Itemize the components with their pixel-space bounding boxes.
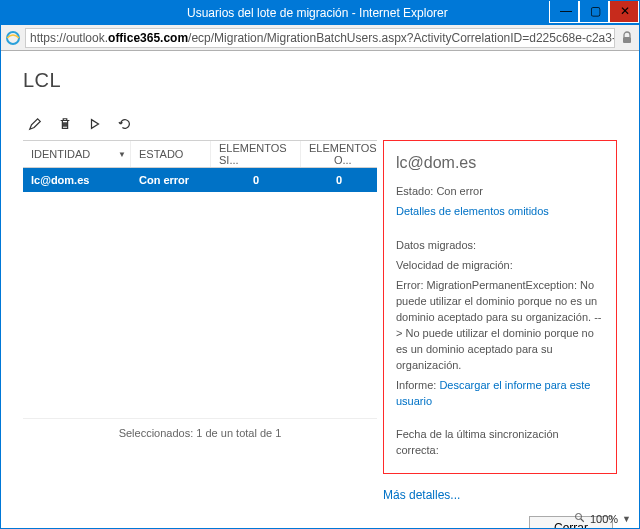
col-identity[interactable]: IDENTIDAD▼ [23,141,131,167]
grid-footer: Seleccionados: 1 de un total de 1 [23,418,377,443]
delete-icon[interactable] [57,116,73,132]
detail-speed: Velocidad de migración: [396,258,604,274]
maximize-button[interactable]: ▢ [579,1,609,23]
detail-title: lc@dom.es [396,151,604,174]
play-icon[interactable] [87,116,103,132]
grid-header-row: IDENTIDAD▼ ESTADO ELEMENTOS SI... ELEMEN… [23,140,377,168]
cell-state: Con error [131,174,211,186]
col-state[interactable]: ESTADO [131,141,211,167]
window-close-button[interactable]: ✕ [609,1,639,23]
toolbar [27,116,617,132]
svg-rect-1 [623,37,631,43]
page-title: LCL [23,69,617,92]
details-box: lc@dom.es Estado: Con error Detalles de … [383,140,617,474]
detail-state: Estado: Con error [396,184,604,200]
cell-si: 0 [211,174,301,186]
page-content: LCL IDENTIDAD▼ ESTADO ELEMENTOS SI... EL… [1,51,639,528]
zoom-level: 100% [590,513,618,525]
table-row[interactable]: lc@dom.es Con error 0 0 [23,168,377,192]
zoom-icon[interactable] [574,512,586,526]
status-bar: 100% ▼ [574,512,631,526]
window-title: Usuarios del lote de migración - Interne… [187,1,549,25]
details-pane: lc@dom.es Estado: Con error Detalles de … [377,140,617,529]
refresh-icon[interactable] [117,116,133,132]
detail-report: Informe: Descargar el informe para este … [396,378,604,410]
url-path: /ecp/Migration/MigrationBatchUsers.aspx?… [188,31,615,45]
address-input[interactable]: https://outlook.office365.com/ecp/Migrat… [25,28,615,48]
window-titlebar: Usuarios del lote de migración - Interne… [1,1,639,25]
address-bar: https://outlook.office365.com/ecp/Migrat… [1,25,639,51]
svg-line-3 [581,519,584,522]
col-elements-o[interactable]: ELEMENTOS O... [301,141,377,167]
url-prefix: https://outlook. [30,31,108,45]
caption-buttons: — ▢ ✕ [549,1,639,25]
svg-point-2 [575,514,581,520]
lock-icon [619,30,635,46]
cell-o: 0 [301,174,377,186]
edit-icon[interactable] [27,116,43,132]
minimize-button[interactable]: — [549,1,579,23]
sort-arrow-icon: ▼ [118,150,126,159]
detail-migrated: Datos migrados: [396,238,604,254]
col-elements-si[interactable]: ELEMENTOS SI... [211,141,301,167]
detail-error: Error: MigrationPermanentException: No p… [396,278,604,374]
users-grid: IDENTIDAD▼ ESTADO ELEMENTOS SI... ELEMEN… [23,140,377,529]
url-host: office365.com [108,31,188,45]
skipped-items-link[interactable]: Detalles de elementos omitidos [396,205,549,217]
more-details-link[interactable]: Más detalles... [383,488,460,502]
detail-last-sync: Fecha de la última sincronización correc… [396,427,604,459]
cell-identity: lc@dom.es [23,174,131,186]
zoom-dropdown-icon[interactable]: ▼ [622,514,631,524]
ie-favicon-icon [5,30,21,46]
svg-point-0 [7,32,19,44]
